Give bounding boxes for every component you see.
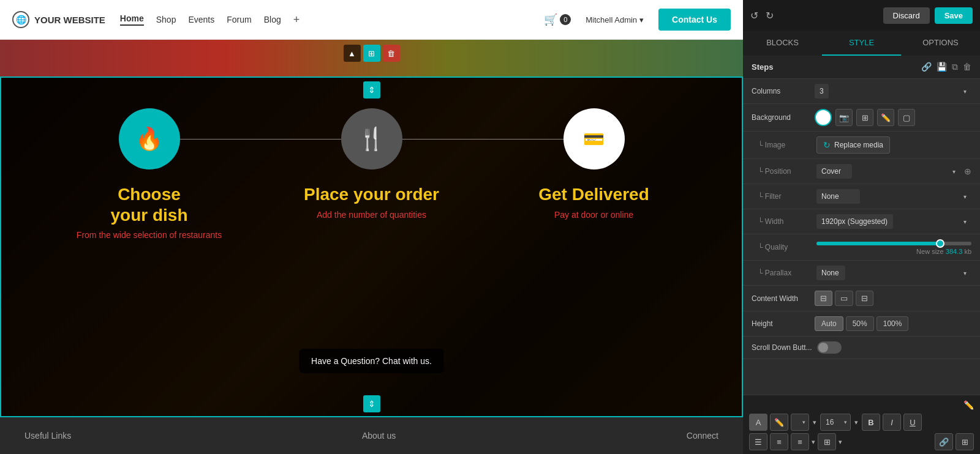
step-3-subtitle: Pay at door or online bbox=[554, 210, 633, 220]
nav-link-events[interactable]: Events bbox=[188, 15, 214, 24]
tab-blocks[interactable]: BLOCKS bbox=[743, 31, 822, 56]
block-grid-button[interactable]: ⊞ bbox=[363, 45, 380, 62]
height-row: Height Auto 50% 100% bbox=[743, 311, 980, 337]
discard-button[interactable]: Discard bbox=[883, 7, 930, 24]
nav-link-shop[interactable]: Shop bbox=[156, 15, 176, 24]
columns-label: Columns bbox=[752, 87, 810, 95]
underline-button[interactable]: U bbox=[903, 414, 922, 431]
height-50-button[interactable]: 50% bbox=[846, 316, 874, 331]
parallax-select[interactable]: None Scroll Fixed bbox=[816, 266, 845, 280]
height-100-button[interactable]: 100% bbox=[876, 316, 909, 331]
block-delete-button[interactable]: 🗑 bbox=[383, 45, 400, 62]
step-2-title: Place your order bbox=[304, 184, 439, 205]
site-logo-icon: 🌐 bbox=[12, 11, 29, 28]
font-style-button[interactable]: ✏️ bbox=[770, 414, 788, 431]
quality-slider-thumb[interactable] bbox=[936, 239, 944, 248]
edit-pencil-icon[interactable]: ✏️ bbox=[963, 400, 974, 410]
panel-topbar: ↺ ↻ Discard Save bbox=[743, 0, 980, 31]
content-width-label: Content Width bbox=[752, 294, 810, 303]
step-3-circle: 💳 bbox=[564, 108, 625, 169]
font-color-button[interactable]: A bbox=[749, 414, 767, 431]
quality-size-label: New size 384.3 kb bbox=[816, 248, 971, 255]
columns-select[interactable]: 3 1 2 4 bbox=[815, 84, 829, 99]
tab-options[interactable]: OPTIONS bbox=[901, 31, 980, 56]
position-reset-icon[interactable]: ⊕ bbox=[964, 166, 971, 176]
position-select-wrapper: Cover Contain Auto bbox=[816, 164, 960, 179]
nav-add-icon[interactable]: + bbox=[293, 13, 300, 26]
panel-section-title: Steps bbox=[752, 62, 773, 72]
height-auto-button[interactable]: Auto bbox=[815, 316, 843, 331]
bg-gradient-button[interactable]: ✏️ bbox=[877, 109, 894, 126]
nav-link-home[interactable]: Home bbox=[120, 13, 144, 26]
bg-color-button[interactable] bbox=[815, 109, 832, 126]
link-icon[interactable]: 🔗 bbox=[921, 62, 932, 72]
font-family-select[interactable] bbox=[791, 414, 809, 431]
content-width-narrow-button[interactable]: ⊟ bbox=[856, 291, 873, 306]
position-select[interactable]: Cover Contain Auto bbox=[816, 164, 852, 179]
redo-icon[interactable]: ↻ bbox=[766, 10, 774, 21]
nav-cart[interactable]: 🛒 0 bbox=[544, 13, 571, 26]
quality-slider-fill bbox=[816, 242, 940, 245]
bold-button[interactable]: B bbox=[862, 414, 880, 431]
bg-image-button[interactable]: 📷 bbox=[835, 109, 853, 126]
trash-icon[interactable]: 🗑 bbox=[963, 62, 971, 72]
table-button[interactable]: ⊞ bbox=[818, 433, 836, 450]
height-options: Auto 50% 100% bbox=[815, 316, 971, 331]
image-row: └ Image ↻ Replace media bbox=[743, 132, 980, 159]
nav-link-blog[interactable]: Blog bbox=[264, 15, 281, 24]
scroll-down-toggle-switch[interactable] bbox=[817, 341, 842, 354]
filter-row: └ Filter None Blur Grayscale bbox=[743, 184, 980, 209]
block-toolbar: ▲ ⊞ 🗑 bbox=[344, 45, 400, 62]
embed-button[interactable]: ⊞ bbox=[956, 433, 974, 450]
italic-button[interactable]: I bbox=[883, 414, 901, 431]
parallax-select-wrapper: None Scroll Fixed bbox=[816, 266, 971, 280]
columns-select-wrapper: 3 1 2 4 bbox=[815, 84, 971, 99]
footer-col2: About us bbox=[362, 431, 396, 441]
filter-select[interactable]: None Blur Grayscale bbox=[816, 189, 860, 204]
copy-icon[interactable]: ⧉ bbox=[952, 62, 958, 72]
preview-area: 🌐 YOUR WEBSITE Home Shop Events Forum Bl… bbox=[0, 0, 743, 454]
nav-cta-button[interactable]: Contact Us bbox=[658, 9, 731, 31]
content-width-mid-button[interactable]: ▭ bbox=[835, 291, 853, 306]
steps-section: ⇕ 🔥 Choose your dish From the wide selec… bbox=[0, 76, 743, 417]
width-select-wrapper: 1920px (Suggested) 1280px 2560px bbox=[816, 214, 971, 229]
panel-tabs: BLOCKS STYLE OPTIONS bbox=[743, 31, 980, 56]
cart-icon: 🛒 bbox=[544, 13, 557, 26]
font-size-select[interactable]: 16 12 14 18 24 bbox=[820, 414, 851, 431]
chat-widget[interactable]: Have a Question? Chat with us. bbox=[299, 349, 444, 373]
link-text-button[interactable]: 🔗 bbox=[935, 433, 953, 450]
width-value: 1920px (Suggested) 1280px 2560px bbox=[816, 214, 971, 229]
step-2-subtitle: Add the number of quantities bbox=[317, 210, 426, 220]
save-template-icon[interactable]: 💾 bbox=[937, 62, 947, 72]
width-select[interactable]: 1920px (Suggested) 1280px 2560px bbox=[816, 214, 893, 229]
list-unordered-button[interactable]: ☰ bbox=[749, 433, 767, 450]
step-2: 🍴 Place your order Add the number of qua… bbox=[292, 108, 451, 220]
bg-pattern-button[interactable]: ⊞ bbox=[856, 109, 873, 126]
content-width-full-button[interactable]: ⊟ bbox=[815, 291, 832, 306]
resize-handle-bottom[interactable]: ⇕ bbox=[363, 395, 380, 412]
quality-row: └ Quality New size 384.3 kb bbox=[743, 234, 980, 261]
bg-overlay-button[interactable]: ▢ bbox=[898, 109, 915, 126]
align-button[interactable]: ≡ bbox=[791, 433, 809, 450]
resize-handle-top[interactable]: ⇕ bbox=[363, 81, 380, 99]
quality-label: └ Quality bbox=[758, 243, 812, 251]
nav-user[interactable]: Mitchell Admin ▾ bbox=[586, 15, 644, 24]
nav-link-forum[interactable]: Forum bbox=[227, 15, 251, 24]
content-width-options: ⊟ ▭ ⊟ bbox=[815, 291, 971, 306]
block-move-up-button[interactable]: ▲ bbox=[344, 45, 361, 62]
table-dropdown-arrow: ▾ bbox=[839, 438, 842, 446]
width-label: └ Width bbox=[758, 217, 812, 226]
footer-col1: Useful Links bbox=[24, 431, 71, 441]
list-ordered-button[interactable]: ≡ bbox=[770, 433, 788, 450]
columns-value-wrapper: 3 1 2 4 bbox=[815, 84, 971, 99]
save-button[interactable]: Save bbox=[935, 7, 973, 24]
undo-icon[interactable]: ↺ bbox=[750, 10, 758, 21]
filter-label: └ Filter bbox=[758, 192, 812, 201]
replace-media-button[interactable]: ↻ Replace media bbox=[816, 136, 890, 154]
panel-bottom-toolbar: ✏️ A ✏️ ▾ 16 12 14 18 24 ▾ B bbox=[743, 395, 980, 454]
site-logo-text: YOUR WEBSITE bbox=[34, 15, 105, 25]
tab-style[interactable]: STYLE bbox=[822, 31, 901, 56]
cart-badge: 0 bbox=[560, 14, 571, 25]
quality-slider-track[interactable] bbox=[816, 242, 971, 245]
background-options: 📷 ⊞ ✏️ ▢ bbox=[815, 109, 971, 126]
